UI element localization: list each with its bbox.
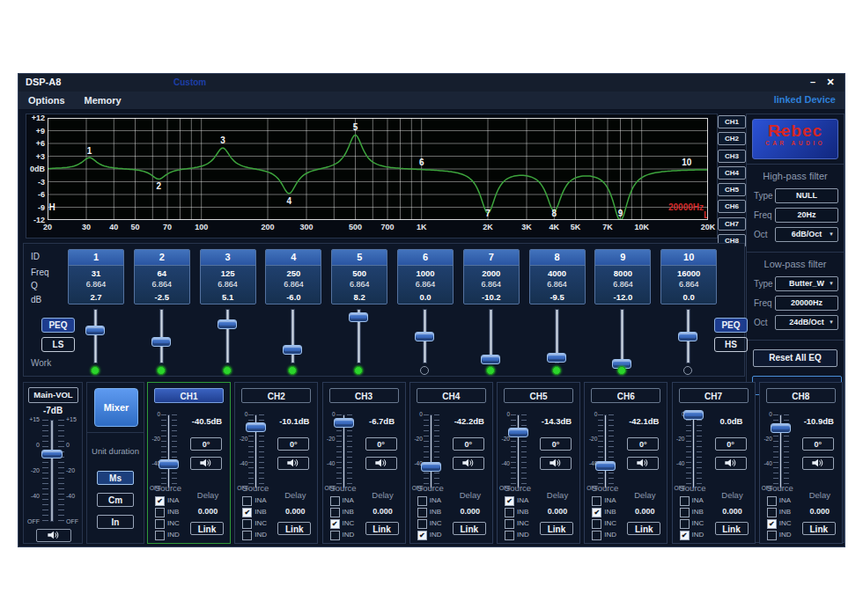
channel-select-ch6[interactable]: CH6 — [718, 200, 746, 213]
source-checkbox-ina[interactable] — [767, 496, 777, 506]
fader-handle[interactable] — [246, 422, 266, 432]
slider-handle[interactable] — [349, 312, 368, 322]
band-value-box[interactable]: 980006.864-12.0 — [594, 249, 651, 304]
hp-freq-field[interactable]: 20Hz — [775, 208, 838, 223]
link-button[interactable]: Link — [365, 522, 399, 535]
close-button[interactable]: ✕ — [823, 76, 837, 89]
source-checkbox-inb[interactable]: ✔ — [242, 508, 252, 517]
source-option[interactable]: ✔IND — [417, 530, 453, 540]
work-indicator[interactable] — [552, 366, 561, 375]
link-button[interactable]: Link — [715, 522, 749, 535]
mute-button[interactable] — [627, 457, 659, 470]
main-vol-handle[interactable] — [41, 450, 63, 458]
band-gain-slider[interactable] — [151, 309, 171, 363]
source-checkbox-inb[interactable] — [680, 508, 690, 517]
source-option[interactable]: INC — [592, 518, 627, 529]
link-button[interactable]: Link — [453, 522, 486, 535]
source-checkbox-inc[interactable] — [680, 519, 690, 529]
work-indicator[interactable] — [91, 366, 100, 375]
eq-right-peq-button[interactable]: PEQ — [714, 318, 748, 333]
source-option[interactable]: ✔INB — [592, 507, 627, 517]
source-checkbox-ina[interactable]: ✔ — [155, 496, 165, 506]
band-value-box[interactable]: 31256.8645.1 — [200, 249, 256, 304]
source-option[interactable]: ✔INC — [767, 518, 802, 529]
menu-options[interactable]: Options — [18, 92, 75, 106]
source-option[interactable]: INA — [680, 495, 715, 506]
source-option[interactable]: INB — [417, 507, 453, 517]
source-option[interactable]: INC — [155, 518, 190, 529]
slider-handle[interactable] — [481, 355, 500, 364]
fader-handle[interactable] — [421, 462, 441, 472]
source-option[interactable]: IND — [592, 530, 627, 540]
eq-right-hs-button[interactable]: HS — [714, 337, 748, 352]
channel-select-ch1[interactable]: CH1 — [718, 115, 746, 128]
mute-button[interactable] — [190, 457, 222, 470]
main-mute-button[interactable] — [36, 529, 71, 542]
band-gain-slider[interactable] — [349, 309, 368, 363]
channel-fader[interactable]: 0-20-40OFF — [412, 414, 444, 488]
channel-select-ch3[interactable]: CH3 — [718, 150, 746, 163]
unit-ms-button[interactable]: Ms — [97, 471, 134, 485]
channel-header[interactable]: CH7 — [679, 388, 749, 403]
work-indicator[interactable] — [420, 366, 429, 375]
main-vol-fader[interactable]: +15+1500-20-20-40-40OFFOFF — [26, 420, 80, 522]
band-gain-slider[interactable] — [612, 309, 631, 363]
link-button[interactable]: Link — [540, 522, 573, 535]
source-option[interactable]: ✔IND — [680, 530, 715, 540]
channel-fader[interactable]: 0-20-40OFF — [762, 414, 793, 488]
source-option[interactable]: IND — [330, 530, 365, 540]
phase-button[interactable]: 0° — [715, 437, 747, 451]
band-gain-slider[interactable] — [678, 309, 697, 363]
phase-button[interactable]: 0° — [802, 437, 834, 451]
source-option[interactable]: INC — [417, 518, 453, 529]
source-option[interactable]: INB — [680, 507, 715, 517]
work-indicator[interactable] — [617, 366, 626, 375]
source-checkbox-ind[interactable]: ✔ — [417, 531, 427, 540]
channel-header[interactable]: CH3 — [329, 388, 399, 403]
source-checkbox-ind[interactable] — [767, 531, 777, 540]
hp-oct-dropdown[interactable]: 6dB/Oct▼ — [775, 227, 838, 242]
slider-handle[interactable] — [547, 353, 566, 363]
channel-fader[interactable]: 0-20-40OFF — [237, 414, 269, 488]
source-checkbox-inb[interactable] — [155, 508, 165, 517]
source-checkbox-ind[interactable] — [505, 531, 514, 540]
hp-type-field[interactable]: NULL — [775, 188, 838, 203]
band-gain-slider[interactable] — [481, 309, 500, 363]
fader-handle[interactable] — [334, 418, 354, 428]
band-value-box[interactable]: 720006.864-10.2 — [463, 249, 520, 304]
fader-handle[interactable] — [159, 459, 179, 469]
channel-fader[interactable]: 0-20-40OFF — [499, 414, 531, 488]
source-checkbox-inb[interactable] — [330, 508, 340, 517]
source-checkbox-ina[interactable] — [417, 496, 427, 506]
band-gain-slider[interactable] — [415, 309, 434, 363]
work-indicator[interactable] — [157, 366, 166, 375]
unit-cm-button[interactable]: Cm — [97, 493, 134, 507]
source-checkbox-inc[interactable] — [155, 519, 165, 529]
source-option[interactable]: INA — [330, 495, 365, 506]
work-indicator[interactable] — [223, 366, 232, 375]
mute-button[interactable] — [715, 457, 747, 470]
band-value-box[interactable]: 42506.864-6.0 — [265, 249, 321, 304]
channel-header[interactable]: CH5 — [504, 388, 573, 403]
source-checkbox-ind[interactable] — [242, 531, 252, 540]
source-option[interactable]: INA — [417, 495, 453, 506]
slider-handle[interactable] — [218, 319, 237, 329]
source-checkbox-ina[interactable]: ✔ — [505, 496, 514, 506]
source-checkbox-inc[interactable] — [505, 519, 514, 529]
lp-oct-dropdown[interactable]: 24dB/Oct▼ — [775, 315, 838, 330]
source-option[interactable]: ✔INB — [242, 507, 277, 517]
unit-in-button[interactable]: In — [97, 515, 134, 529]
linked-device-status[interactable]: linked Device — [774, 94, 836, 105]
channel-header[interactable]: CH2 — [241, 388, 311, 403]
main-vol-button[interactable]: Main-VOL — [28, 387, 78, 403]
channel-fader[interactable]: 0-20-40OFF — [325, 414, 357, 488]
phase-button[interactable]: 0° — [540, 437, 572, 451]
source-option[interactable]: IND — [505, 530, 540, 540]
source-checkbox-ind[interactable]: ✔ — [680, 531, 690, 540]
lp-type-dropdown[interactable]: Butter_W▼ — [775, 276, 838, 291]
band-value-box[interactable]: 55006.8648.2 — [331, 249, 387, 304]
band-gain-slider[interactable] — [283, 309, 302, 363]
band-value-box[interactable]: 610006.8640.0 — [397, 249, 454, 304]
source-checkbox-ina[interactable] — [242, 496, 252, 506]
channel-select-ch4[interactable]: CH4 — [718, 166, 746, 180]
